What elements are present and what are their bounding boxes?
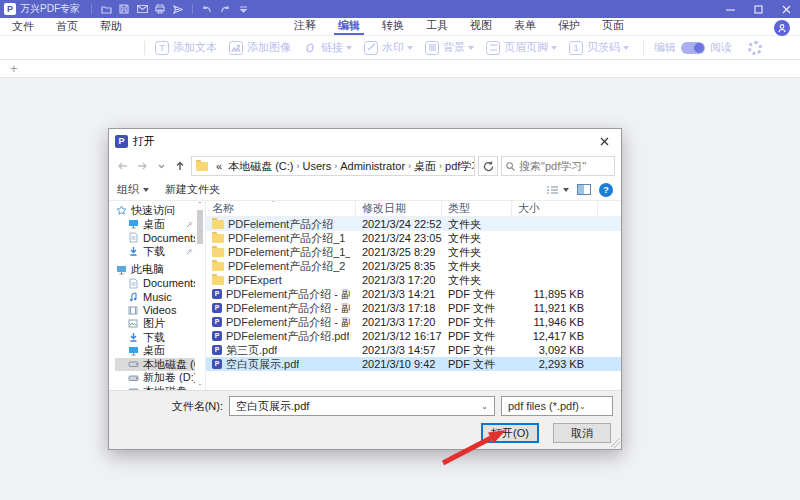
folder-icon (212, 220, 224, 229)
breadcrumb-disk-c[interactable]: 本地磁盘 (C:) (225, 159, 296, 174)
divider (91, 4, 92, 14)
file-row[interactable]: P第三页.pdf 2021/3/3 14:57PDF 文件3,092 KB (206, 343, 621, 357)
file-row[interactable]: PDFelement产品介绍 2021/3/24 22:52文件夹 (206, 217, 621, 231)
sidebar-desktop[interactable]: 桌面 (115, 344, 195, 358)
up-button[interactable] (172, 158, 188, 174)
menu-file[interactable]: 文件 (8, 19, 38, 34)
header-footer-button[interactable]: 页眉页脚 (486, 40, 557, 55)
share-icon[interactable] (169, 2, 187, 16)
tab-view[interactable]: 视图 (466, 18, 496, 35)
redo-icon[interactable] (216, 2, 234, 16)
maximize-button[interactable] (744, 0, 772, 18)
scroll-down-icon[interactable]: ˇ (199, 383, 201, 390)
sidebar-new-volume-d[interactable]: 新加卷 (D:) (115, 371, 195, 385)
refresh-button[interactable] (478, 156, 498, 176)
recent-locations-chevron-icon[interactable] (153, 158, 169, 174)
filetype-select[interactable]: pdf files (*.pdf) ⌄ (501, 396, 613, 416)
gear-icon[interactable] (748, 41, 762, 55)
add-text-button[interactable]: T 添加文本 (155, 40, 217, 55)
scrollbar-thumb[interactable] (197, 210, 203, 244)
tab-comment[interactable]: 注释 (290, 18, 320, 35)
file-row[interactable]: PPDFelement产品介绍 - 副本-复制-复制... 2021/3/3 1… (206, 301, 621, 315)
chevron-down-icon (407, 46, 413, 50)
watermark-button[interactable]: 水印 (364, 40, 413, 55)
help-icon[interactable]: ? (599, 183, 613, 197)
back-button[interactable] (115, 158, 131, 174)
link-button[interactable]: 链接 (303, 40, 352, 55)
folder-icon (212, 248, 224, 257)
close-button[interactable] (772, 0, 800, 18)
add-image-icon (229, 41, 243, 55)
cancel-button[interactable]: 取消 (553, 423, 611, 443)
scroll-up-icon[interactable]: ˆ (199, 201, 201, 208)
file-row-selected[interactable]: P空白页展示.pdf 2021/3/10 9:42PDF 文件2,293 KB (206, 357, 621, 371)
tab-tools[interactable]: 工具 (422, 18, 452, 35)
undo-icon[interactable] (198, 2, 216, 16)
column-name[interactable]: 名称ˆ (206, 201, 356, 216)
column-size[interactable]: 大小 (512, 201, 598, 216)
forward-button[interactable] (134, 158, 150, 174)
background-button[interactable]: 背景 (425, 40, 474, 55)
watermark-icon (364, 41, 378, 55)
breadcrumb-desktop[interactable]: 桌面 (411, 159, 439, 174)
breadcrumb[interactable]: « 本地磁盘 (C:) › Users › Administrator › 桌面… (191, 156, 475, 176)
tab-protect[interactable]: 保护 (554, 18, 584, 35)
preview-pane-icon[interactable] (577, 184, 591, 195)
breadcrumb-administrator[interactable]: Administrator (337, 160, 408, 172)
column-date-modified[interactable]: 修改日期 (356, 201, 442, 216)
music-note-icon (127, 291, 139, 302)
new-tab-button[interactable]: + (10, 62, 18, 75)
tab-convert[interactable]: 转换 (378, 18, 408, 35)
pdf-file-icon: P (212, 303, 222, 313)
file-row[interactable]: PDFExpert 2021/3/3 17:20文件夹 (206, 273, 621, 287)
tab-page[interactable]: 页面 (598, 18, 628, 35)
tab-form[interactable]: 表单 (510, 18, 540, 35)
mail-icon[interactable] (133, 2, 151, 16)
sidebar-desktop-pinned[interactable]: 桌面 (115, 218, 195, 232)
breadcrumb-users[interactable]: Users (300, 160, 335, 172)
sidebar-documents-pinned[interactable]: Documents (115, 231, 195, 245)
sidebar-scrollbar[interactable]: ˆ ˇ (195, 201, 205, 390)
sidebar-pictures[interactable]: 图片 (115, 317, 195, 331)
file-row[interactable]: PPDFelement产品介绍.pdf 2021/3/12 16:17PDF 文… (206, 329, 621, 343)
new-folder-button[interactable]: 新建文件夹 (165, 182, 220, 197)
sidebar-local-disk-c[interactable]: 本地磁盘 (C:) (115, 358, 195, 372)
sidebar-this-pc[interactable]: 此电脑 (115, 263, 195, 277)
column-type[interactable]: 类型 (442, 201, 512, 216)
minimize-button[interactable] (716, 0, 744, 18)
read-mode-label: 阅读 (710, 40, 732, 55)
file-row[interactable]: PDFelement产品介绍_1 2021/3/24 23:05文件夹 (206, 231, 621, 245)
menu-home[interactable]: 首页 (52, 19, 82, 34)
open-file-icon[interactable] (97, 2, 115, 16)
sidebar-music[interactable]: Music (115, 290, 195, 304)
sidebar-documents[interactable]: Documents (115, 277, 195, 291)
add-text-icon: T (155, 41, 169, 55)
file-row[interactable]: PPDFelement产品介绍 - 副本-复制.pdf 2021/3/3 14:… (206, 287, 621, 301)
file-row[interactable]: PDFelement产品介绍_1_1 2021/3/25 8:29文件夹 (206, 245, 621, 259)
sidebar-downloads-pinned[interactable]: 下载 (115, 245, 195, 259)
file-row[interactable]: PDFelement产品介绍_2 2021/3/25 8:35文件夹 (206, 259, 621, 273)
dialog-close-button[interactable] (587, 129, 621, 153)
add-image-button[interactable]: 添加图像 (229, 40, 291, 55)
breadcrumb-pdf-study[interactable]: pdf学习 (442, 159, 475, 174)
save-icon[interactable] (115, 2, 133, 16)
account-avatar[interactable] (774, 20, 790, 36)
organize-button[interactable]: 组织 (117, 182, 149, 197)
document-icon (127, 232, 139, 243)
file-row[interactable]: PPDFelement产品介绍 - 副本-复制-复制-... 2021/3/3 … (206, 315, 621, 329)
open-button[interactable]: 打开(O) (481, 423, 539, 443)
filename-input[interactable]: 空白页展示.pdf ⌄ (229, 396, 495, 416)
menu-help[interactable]: 帮助 (96, 19, 126, 34)
sidebar-downloads[interactable]: 下载 (115, 331, 195, 345)
mode-toggle-switch[interactable] (681, 42, 705, 54)
sidebar-videos[interactable]: Videos (115, 304, 195, 318)
sidebar-quick-access[interactable]: 快速访问 (115, 204, 195, 218)
change-view-button[interactable] (546, 185, 569, 195)
search-input[interactable]: 搜索"pdf学习" (501, 156, 615, 176)
print-icon[interactable] (151, 2, 169, 16)
toolbar-collapse-icon[interactable] (234, 2, 252, 16)
resize-grip[interactable] (610, 438, 620, 448)
bates-number-button[interactable]: 1 贝茨码 (569, 40, 629, 55)
tab-edit[interactable]: 编辑 (334, 18, 364, 35)
chevron-down-icon (143, 188, 149, 192)
